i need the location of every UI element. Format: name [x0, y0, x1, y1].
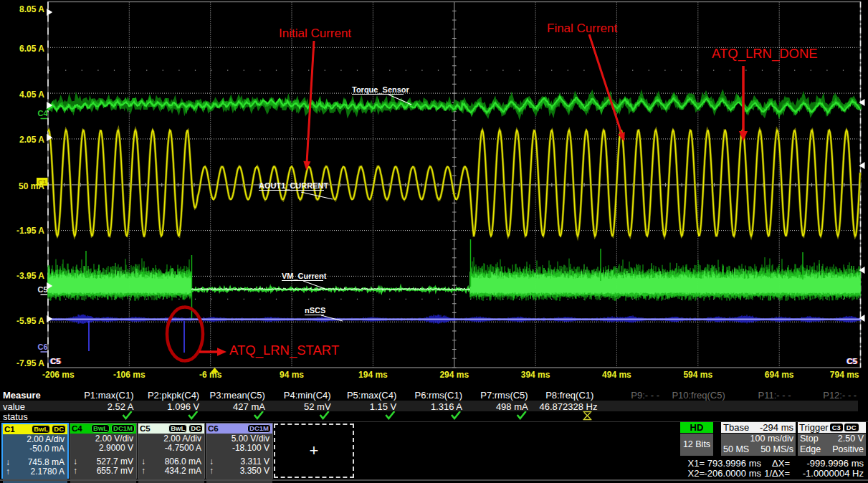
svg-text:nSCS: nSCS [305, 306, 325, 315]
svg-text:-3.95 A: -3.95 A [16, 271, 44, 281]
svg-text:594 ms: 594 ms [683, 370, 712, 380]
svg-text:C6: C6 [37, 343, 47, 351]
svg-text:Torque_Sensor: Torque_Sensor [352, 85, 410, 94]
svg-text:-106 ms: -106 ms [113, 370, 146, 380]
svg-text:8.05 A: 8.05 A [19, 4, 44, 14]
svg-text:C5: C5 [37, 285, 47, 294]
svg-text:394 ms: 394 ms [521, 370, 550, 380]
svg-text:94 ms: 94 ms [280, 370, 304, 380]
svg-text:Final Current: Final Current [547, 21, 618, 35]
svg-text:-6 ms: -6 ms [199, 370, 222, 380]
svg-text:50 mA: 50 mA [19, 181, 44, 191]
svg-text:Initial Current: Initial Current [279, 27, 351, 40]
svg-text:-7.95 A: -7.95 A [16, 358, 44, 368]
svg-text:VM_Current: VM_Current [282, 272, 327, 280]
svg-text:294 ms: 294 ms [439, 370, 469, 380]
svg-text:694 ms: 694 ms [765, 370, 794, 380]
svg-text:-1.95 A: -1.95 A [16, 226, 44, 236]
svg-text:2.05 A: 2.05 A [19, 135, 44, 145]
svg-text:794 ms: 794 ms [830, 370, 859, 380]
svg-text:494 ms: 494 ms [602, 370, 631, 380]
svg-text:6.05 A: 6.05 A [19, 44, 44, 54]
svg-text:4.05 A: 4.05 A [19, 90, 44, 100]
svg-text:ATQ_LRN_START: ATQ_LRN_START [229, 343, 339, 358]
svg-text:C4: C4 [37, 109, 48, 118]
svg-text:-206 ms: -206 ms [42, 370, 75, 380]
svg-text:C5: C5 [846, 357, 857, 365]
svg-text:AOUT1_CURRENT: AOUT1_CURRENT [259, 181, 328, 190]
svg-text:C5: C5 [50, 357, 61, 365]
svg-text:194 ms: 194 ms [358, 370, 388, 380]
svg-text:ATQ_LRN_DONE: ATQ_LRN_DONE [712, 46, 818, 62]
svg-text:-5.95 A: -5.95 A [16, 316, 44, 326]
